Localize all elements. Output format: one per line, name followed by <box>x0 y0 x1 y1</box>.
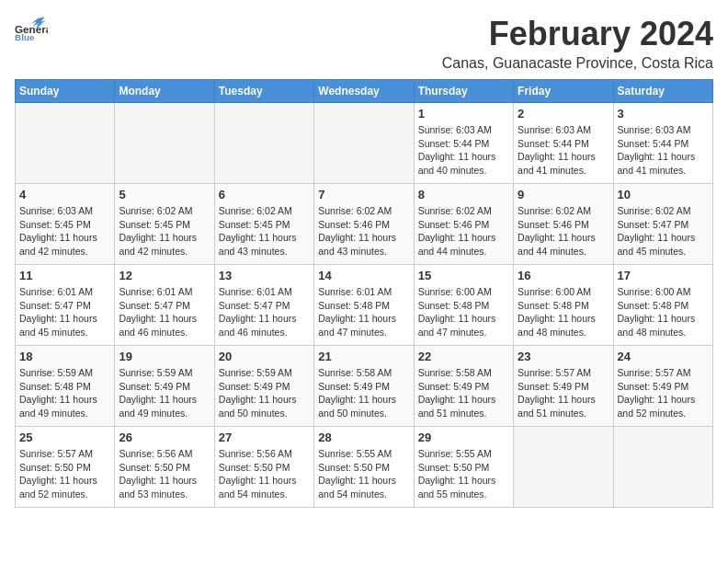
calendar-cell: 7Sunrise: 6:02 AMSunset: 5:46 PMDaylight… <box>314 184 414 265</box>
calendar-cell <box>514 427 613 508</box>
day-number: 2 <box>518 107 609 121</box>
header: General Blue February 2024 Canas, Guanac… <box>15 15 713 72</box>
day-number: 3 <box>618 107 709 121</box>
calendar-week-5: 25Sunrise: 5:57 AMSunset: 5:50 PMDayligh… <box>16 427 713 508</box>
day-number: 21 <box>318 350 409 363</box>
header-monday: Monday <box>115 80 214 103</box>
day-number: 5 <box>119 188 210 201</box>
calendar-cell: 18Sunrise: 5:59 AMSunset: 5:48 PMDayligh… <box>16 346 115 427</box>
calendar-cell: 28Sunrise: 5:55 AMSunset: 5:50 PMDayligh… <box>314 427 414 508</box>
day-info: Sunrise: 5:56 AMSunset: 5:50 PMDaylight:… <box>119 447 210 501</box>
day-info: Sunrise: 6:03 AMSunset: 5:44 PMDaylight:… <box>518 123 609 178</box>
month-title: February 2024 <box>442 15 713 53</box>
calendar-cell: 2Sunrise: 6:03 AMSunset: 5:44 PMDaylight… <box>514 103 613 184</box>
calendar-cell <box>214 103 313 184</box>
day-number: 8 <box>418 188 509 201</box>
calendar-cell: 4Sunrise: 6:03 AMSunset: 5:45 PMDaylight… <box>16 184 115 265</box>
header-thursday: Thursday <box>414 80 513 103</box>
day-info: Sunrise: 6:02 AMSunset: 5:46 PMDaylight:… <box>518 204 609 259</box>
title-area: February 2024 Canas, Guanacaste Province… <box>442 15 713 72</box>
calendar-table: SundayMondayTuesdayWednesdayThursdayFrid… <box>15 79 713 508</box>
day-number: 14 <box>318 269 409 282</box>
svg-text:Blue: Blue <box>15 32 35 41</box>
day-info: Sunrise: 5:58 AMSunset: 5:49 PMDaylight:… <box>318 366 409 420</box>
day-info: Sunrise: 5:56 AMSunset: 5:50 PMDaylight:… <box>219 447 310 501</box>
day-number: 4 <box>19 188 110 201</box>
calendar-cell <box>16 103 115 184</box>
day-info: Sunrise: 6:03 AMSunset: 5:44 PMDaylight:… <box>418 123 509 178</box>
day-info: Sunrise: 6:00 AMSunset: 5:48 PMDaylight:… <box>518 285 609 339</box>
day-info: Sunrise: 6:00 AMSunset: 5:48 PMDaylight:… <box>618 285 709 339</box>
calendar-cell: 22Sunrise: 5:58 AMSunset: 5:49 PMDayligh… <box>414 346 513 427</box>
day-info: Sunrise: 5:59 AMSunset: 5:49 PMDaylight:… <box>119 366 210 420</box>
calendar-cell: 17Sunrise: 6:00 AMSunset: 5:48 PMDayligh… <box>613 265 712 346</box>
day-number: 6 <box>219 188 310 201</box>
calendar-cell <box>613 427 712 508</box>
day-info: Sunrise: 6:00 AMSunset: 5:48 PMDaylight:… <box>418 285 509 339</box>
location-title: Canas, Guanacaste Province, Costa Rica <box>442 55 713 72</box>
day-number: 24 <box>618 350 709 363</box>
day-info: Sunrise: 5:55 AMSunset: 5:50 PMDaylight:… <box>418 447 509 501</box>
logo-icon: General Blue <box>15 15 48 40</box>
day-info: Sunrise: 6:01 AMSunset: 5:47 PMDaylight:… <box>119 285 210 339</box>
day-number: 23 <box>518 350 609 363</box>
header-wednesday: Wednesday <box>314 80 414 103</box>
calendar-cell: 14Sunrise: 6:01 AMSunset: 5:48 PMDayligh… <box>314 265 414 346</box>
day-info: Sunrise: 6:02 AMSunset: 5:45 PMDaylight:… <box>119 204 210 259</box>
day-info: Sunrise: 6:03 AMSunset: 5:44 PMDaylight:… <box>618 123 709 178</box>
day-number: 22 <box>418 350 509 363</box>
day-info: Sunrise: 5:57 AMSunset: 5:49 PMDaylight:… <box>518 366 609 420</box>
header-saturday: Saturday <box>613 80 712 103</box>
day-info: Sunrise: 6:03 AMSunset: 5:45 PMDaylight:… <box>19 204 110 259</box>
day-info: Sunrise: 5:59 AMSunset: 5:49 PMDaylight:… <box>219 366 310 420</box>
header-tuesday: Tuesday <box>214 80 313 103</box>
day-number: 17 <box>618 269 709 282</box>
calendar-week-2: 4Sunrise: 6:03 AMSunset: 5:45 PMDaylight… <box>16 184 713 265</box>
day-info: Sunrise: 6:01 AMSunset: 5:47 PMDaylight:… <box>219 285 310 339</box>
day-number: 15 <box>418 269 509 282</box>
day-info: Sunrise: 6:02 AMSunset: 5:45 PMDaylight:… <box>219 204 310 259</box>
day-info: Sunrise: 6:02 AMSunset: 5:46 PMDaylight:… <box>318 204 409 259</box>
calendar-cell: 11Sunrise: 6:01 AMSunset: 5:47 PMDayligh… <box>16 265 115 346</box>
day-number: 10 <box>618 188 709 201</box>
calendar-cell: 16Sunrise: 6:00 AMSunset: 5:48 PMDayligh… <box>514 265 613 346</box>
calendar-cell: 15Sunrise: 6:00 AMSunset: 5:48 PMDayligh… <box>414 265 513 346</box>
day-number: 27 <box>219 431 310 444</box>
calendar-cell: 3Sunrise: 6:03 AMSunset: 5:44 PMDaylight… <box>613 103 712 184</box>
day-info: Sunrise: 5:57 AMSunset: 5:50 PMDaylight:… <box>19 447 110 501</box>
day-number: 19 <box>119 350 210 363</box>
calendar-cell: 13Sunrise: 6:01 AMSunset: 5:47 PMDayligh… <box>214 265 313 346</box>
calendar-body: 1Sunrise: 6:03 AMSunset: 5:44 PMDaylight… <box>16 103 713 508</box>
calendar-cell: 5Sunrise: 6:02 AMSunset: 5:45 PMDaylight… <box>115 184 214 265</box>
day-number: 16 <box>518 269 609 282</box>
calendar-cell <box>314 103 414 184</box>
calendar-cell: 23Sunrise: 5:57 AMSunset: 5:49 PMDayligh… <box>514 346 613 427</box>
day-info: Sunrise: 5:59 AMSunset: 5:48 PMDaylight:… <box>19 366 110 420</box>
day-number: 11 <box>19 269 110 282</box>
header-sunday: Sunday <box>16 80 115 103</box>
calendar-header-row: SundayMondayTuesdayWednesdayThursdayFrid… <box>16 80 713 103</box>
calendar-week-1: 1Sunrise: 6:03 AMSunset: 5:44 PMDaylight… <box>16 103 713 184</box>
calendar-cell <box>115 103 214 184</box>
day-info: Sunrise: 5:57 AMSunset: 5:49 PMDaylight:… <box>618 366 709 420</box>
day-info: Sunrise: 6:02 AMSunset: 5:46 PMDaylight:… <box>418 204 509 259</box>
calendar-cell: 9Sunrise: 6:02 AMSunset: 5:46 PMDaylight… <box>514 184 613 265</box>
calendar-cell: 26Sunrise: 5:56 AMSunset: 5:50 PMDayligh… <box>115 427 214 508</box>
day-info: Sunrise: 5:55 AMSunset: 5:50 PMDaylight:… <box>318 447 409 501</box>
day-number: 29 <box>418 431 509 444</box>
calendar-cell: 24Sunrise: 5:57 AMSunset: 5:49 PMDayligh… <box>613 346 712 427</box>
day-number: 28 <box>318 431 409 444</box>
day-number: 13 <box>219 269 310 282</box>
day-info: Sunrise: 6:02 AMSunset: 5:47 PMDaylight:… <box>618 204 709 259</box>
calendar-cell: 10Sunrise: 6:02 AMSunset: 5:47 PMDayligh… <box>613 184 712 265</box>
calendar-cell: 6Sunrise: 6:02 AMSunset: 5:45 PMDaylight… <box>214 184 313 265</box>
day-info: Sunrise: 6:01 AMSunset: 5:48 PMDaylight:… <box>318 285 409 339</box>
day-number: 12 <box>119 269 210 282</box>
calendar-cell: 19Sunrise: 5:59 AMSunset: 5:49 PMDayligh… <box>115 346 214 427</box>
header-friday: Friday <box>514 80 613 103</box>
calendar-week-4: 18Sunrise: 5:59 AMSunset: 5:48 PMDayligh… <box>16 346 713 427</box>
day-number: 26 <box>119 431 210 444</box>
calendar-week-3: 11Sunrise: 6:01 AMSunset: 5:47 PMDayligh… <box>16 265 713 346</box>
calendar-cell: 8Sunrise: 6:02 AMSunset: 5:46 PMDaylight… <box>414 184 513 265</box>
day-number: 9 <box>518 188 609 201</box>
